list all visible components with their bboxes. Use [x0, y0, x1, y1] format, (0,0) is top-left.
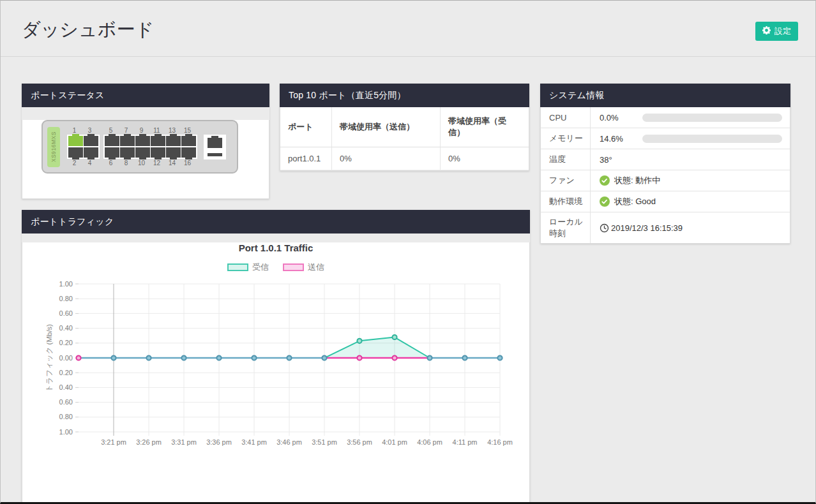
port-block: 5791113156810121416 [103, 126, 197, 167]
port-16 [181, 147, 196, 158]
port-8 [120, 147, 135, 158]
port-9 [135, 136, 150, 146]
port-11 [151, 136, 165, 146]
svg-text:3:26 pm: 3:26 pm [136, 438, 162, 446]
port-3 [84, 136, 98, 146]
cpu-label: CPU [541, 107, 591, 128]
top10-column-header: 帯域使用率（送信） [332, 107, 441, 147]
local-time-label: ローカル時刻 [541, 212, 591, 243]
port-number: 6 [103, 159, 118, 167]
port-block: 1324 [67, 126, 100, 167]
memory-value: 14.6% [600, 134, 629, 144]
top10-table-head: ポート帯域使用率（送信）帯域使用率（受信） [280, 107, 529, 147]
svg-text:3:21 pm: 3:21 pm [101, 438, 126, 446]
top10-column-header: 帯域使用率（受信） [441, 107, 529, 147]
table-cell: port1.0.1 [280, 147, 332, 170]
port-number: 2 [67, 159, 82, 167]
svg-text:4:06 pm: 4:06 pm [417, 438, 442, 446]
send-swatch [283, 263, 304, 271]
svg-text:1.00: 1.00 [59, 280, 73, 288]
memory-usage-bar [642, 135, 782, 143]
port-14 [166, 147, 181, 158]
environment-status: 状態: Good [614, 196, 656, 207]
sysinfo-row-local-time: ローカル時刻 2019/12/3 16:15:39 [541, 212, 790, 243]
svg-text:0.60: 0.60 [59, 309, 73, 317]
chart-title: Port 1.0.1 Traffic [22, 242, 529, 253]
table-cell: 0% [441, 147, 529, 170]
uplink-slot [208, 153, 222, 156]
table-cell: 0% [332, 147, 441, 170]
clock-icon [600, 223, 609, 233]
port-blocks: 13245791113156810121416 [60, 126, 197, 167]
top10-panel-title: Top 10 ポート（直近5分間） [280, 84, 529, 107]
uplink-port [208, 138, 222, 148]
svg-text:0.00: 0.00 [59, 354, 73, 362]
traffic-chart: 1.000.800.600.400.200.000.200.400.600.80… [22, 274, 529, 456]
legend-item-receive[interactable]: 受信 [227, 262, 269, 273]
port-1 [68, 136, 83, 146]
top10-table-body: port1.0.10%0% [280, 147, 529, 170]
page-title: ダッシュボード [22, 17, 154, 43]
svg-text:3:46 pm: 3:46 pm [276, 438, 302, 446]
svg-text:0.20: 0.20 [59, 369, 73, 376]
temperature-value: 38° [600, 155, 612, 165]
svg-text:4:16 pm: 4:16 pm [487, 438, 513, 446]
memory-label: メモリー [541, 128, 591, 149]
port-status-panel: ポートステータス XS916MXS 1324579111315681012141… [22, 84, 269, 199]
uplink-block [204, 135, 226, 159]
port-traffic-panel: ポートトラフィック Port 1.0.1 Traffic 受信 送信 1.000… [22, 210, 530, 504]
sysinfo-row-fan: ファン 状態: 動作中 [541, 170, 790, 191]
svg-text:0.80: 0.80 [59, 413, 73, 420]
top10-column-header: ポート [280, 107, 332, 147]
port-number: 12 [149, 159, 164, 167]
port-status-panel-title: ポートステータス [22, 84, 269, 107]
port-7 [120, 136, 135, 146]
table-row: port1.0.10%0% [280, 147, 529, 170]
gear-icon [762, 26, 771, 36]
svg-text:3:56 pm: 3:56 pm [347, 438, 372, 446]
port-13 [166, 136, 181, 146]
port-12 [151, 147, 165, 158]
port-number: 16 [180, 159, 195, 167]
cpu-usage-bar [642, 114, 782, 122]
topbar-divider [1, 56, 815, 57]
switch-faceplate: XS916MXS 13245791113156810121416 [42, 120, 238, 174]
sysinfo-row-cpu: CPU 0.0% [541, 107, 790, 128]
local-time-value: 2019/12/3 16:15:39 [611, 223, 683, 233]
switch-model-label: XS916MXS [47, 127, 60, 167]
sysinfo-row-environment: 動作環境 状態: Good [541, 191, 790, 212]
svg-text:0.80: 0.80 [59, 295, 73, 302]
dashboard-page: ダッシュボード 設定 ポートステータス XS916MXS 13245791113… [0, 0, 816, 504]
system-info-panel-title: システム情報 [540, 84, 790, 107]
top10-table: ポート帯域使用率（送信）帯域使用率（受信） port1.0.10%0% [280, 107, 529, 170]
svg-text:3:51 pm: 3:51 pm [312, 438, 337, 446]
port-10 [135, 147, 150, 158]
cpu-value: 0.0% [600, 113, 629, 122]
check-circle-icon [600, 175, 610, 186]
port-number: 8 [119, 159, 133, 167]
svg-text:0.40: 0.40 [59, 383, 73, 391]
port-5 [105, 136, 119, 146]
port-4 [84, 147, 98, 158]
port-number: 10 [134, 159, 149, 167]
svg-text:トラフィック (Mb/s): トラフィック (Mb/s) [45, 324, 53, 392]
svg-text:0.60: 0.60 [59, 398, 73, 406]
svg-text:0.20: 0.20 [59, 339, 73, 346]
sysinfo-row-memory: メモリー 14.6% [541, 128, 790, 149]
temperature-label: 温度 [541, 149, 591, 170]
traffic-panel-title: ポートトラフィック [22, 210, 530, 233]
port-2 [68, 147, 83, 158]
legend-item-send[interactable]: 送信 [283, 262, 324, 273]
chart-legend: 受信 送信 [22, 262, 529, 273]
svg-text:1.00: 1.00 [59, 428, 73, 436]
check-circle-icon [600, 196, 610, 207]
svg-text:4:11 pm: 4:11 pm [453, 438, 478, 446]
fan-label: ファン [541, 170, 591, 191]
settings-button[interactable]: 設定 [755, 22, 798, 41]
settings-button-label: 設定 [774, 26, 791, 37]
receive-swatch [227, 263, 248, 271]
system-info-panel: システム情報 CPU 0.0% メモリー 14.6% 温度 38° [540, 84, 790, 244]
legend-send-label: 送信 [308, 262, 324, 273]
fan-status: 状態: 動作中 [614, 175, 660, 186]
sysinfo-row-temperature: 温度 38° [541, 149, 790, 170]
